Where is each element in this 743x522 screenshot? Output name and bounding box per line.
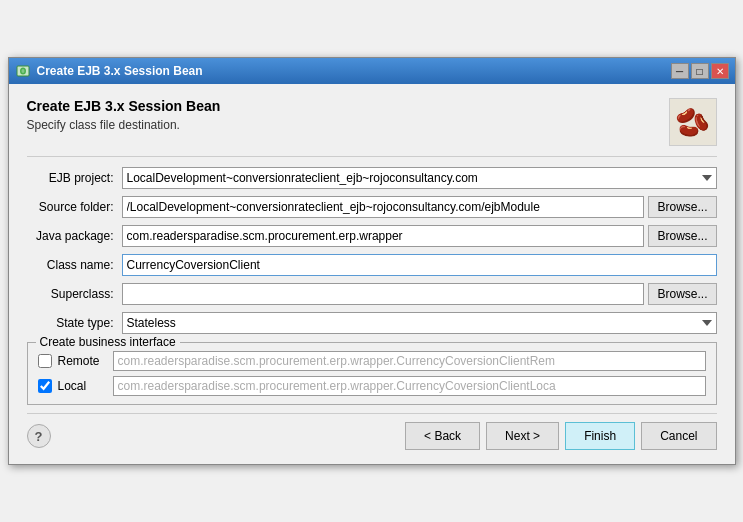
form-section: EJB project: LocalDevelopment~conversion… bbox=[27, 167, 717, 334]
titlebar-buttons: ─ □ ✕ bbox=[671, 63, 729, 79]
source-folder-row: Source folder: Browse... bbox=[27, 196, 717, 218]
close-button[interactable]: ✕ bbox=[711, 63, 729, 79]
finish-button[interactable]: Finish bbox=[565, 422, 635, 450]
dialog-subtitle: Specify class file destination. bbox=[27, 118, 221, 132]
state-type-label: State type: bbox=[27, 316, 122, 330]
titlebar: Create EJB 3.x Session Bean ─ □ ✕ bbox=[9, 58, 735, 84]
next-button[interactable]: Next > bbox=[486, 422, 559, 450]
ejb-project-select[interactable]: LocalDevelopment~conversionrateclient_ej… bbox=[122, 167, 717, 189]
state-type-select[interactable]: StatelessStatefulSingleton bbox=[122, 312, 717, 334]
window-icon bbox=[15, 63, 31, 79]
business-interface-group: Create business interface Remote Local bbox=[27, 342, 717, 405]
footer-left: ? bbox=[27, 424, 51, 448]
ejb-project-label: EJB project: bbox=[27, 171, 122, 185]
maximize-button[interactable]: □ bbox=[691, 63, 709, 79]
class-name-input[interactable] bbox=[122, 254, 717, 276]
java-package-input[interactable] bbox=[122, 225, 645, 247]
source-folder-input[interactable] bbox=[122, 196, 645, 218]
main-window: Create EJB 3.x Session Bean ─ □ ✕ Create… bbox=[8, 57, 736, 465]
dialog-footer: ? < Back Next > Finish Cancel bbox=[27, 413, 717, 454]
ejb-project-row: EJB project: LocalDevelopment~conversion… bbox=[27, 167, 717, 189]
class-name-row: Class name: bbox=[27, 254, 717, 276]
cancel-button[interactable]: Cancel bbox=[641, 422, 716, 450]
local-interface-input[interactable] bbox=[113, 376, 706, 396]
superclass-row: Superclass: Browse... bbox=[27, 283, 717, 305]
back-button[interactable]: < Back bbox=[405, 422, 480, 450]
local-row: Local bbox=[38, 376, 706, 396]
window-title: Create EJB 3.x Session Bean bbox=[37, 64, 203, 78]
class-name-label: Class name: bbox=[27, 258, 122, 272]
footer-right: < Back Next > Finish Cancel bbox=[405, 422, 716, 450]
dialog-header-icon: 🫘 bbox=[669, 98, 717, 146]
remote-row: Remote bbox=[38, 351, 706, 371]
source-folder-browse-button[interactable]: Browse... bbox=[648, 196, 716, 218]
remote-interface-input[interactable] bbox=[113, 351, 706, 371]
group-box-title: Create business interface bbox=[36, 335, 180, 349]
superclass-label: Superclass: bbox=[27, 287, 122, 301]
dialog-content: Create EJB 3.x Session Bean Specify clas… bbox=[9, 84, 735, 464]
header-text: Create EJB 3.x Session Bean Specify clas… bbox=[27, 98, 221, 132]
java-package-label: Java package: bbox=[27, 229, 122, 243]
remote-label: Remote bbox=[58, 354, 113, 368]
local-label: Local bbox=[58, 379, 113, 393]
superclass-browse-button[interactable]: Browse... bbox=[648, 283, 716, 305]
titlebar-left: Create EJB 3.x Session Bean bbox=[15, 63, 203, 79]
java-package-browse-button[interactable]: Browse... bbox=[648, 225, 716, 247]
dialog-title: Create EJB 3.x Session Bean bbox=[27, 98, 221, 114]
source-folder-label: Source folder: bbox=[27, 200, 122, 214]
java-package-row: Java package: Browse... bbox=[27, 225, 717, 247]
state-type-row: State type: StatelessStatefulSingleton bbox=[27, 312, 717, 334]
local-checkbox[interactable] bbox=[38, 379, 52, 393]
bean-icon: 🫘 bbox=[675, 106, 710, 139]
help-button[interactable]: ? bbox=[27, 424, 51, 448]
superclass-input[interactable] bbox=[122, 283, 645, 305]
dialog-header: Create EJB 3.x Session Bean Specify clas… bbox=[27, 98, 717, 157]
svg-point-2 bbox=[21, 69, 24, 73]
remote-checkbox[interactable] bbox=[38, 354, 52, 368]
minimize-button[interactable]: ─ bbox=[671, 63, 689, 79]
